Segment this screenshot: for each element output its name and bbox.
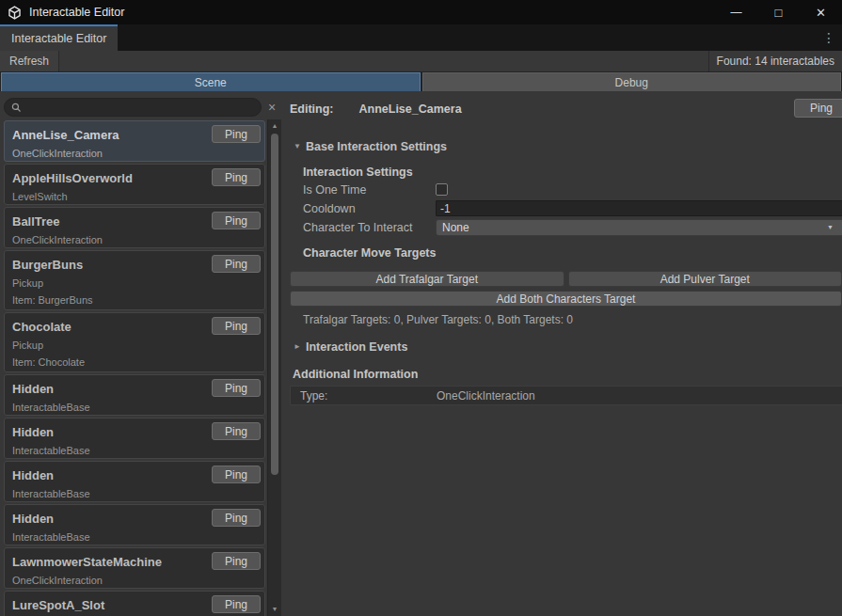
item-ping-button[interactable]: Ping	[212, 212, 261, 229]
kebab-menu-icon: ⋮	[822, 30, 835, 45]
scroll-down-icon[interactable]: ▼	[268, 604, 281, 615]
tab-menu-button[interactable]: ⋮	[816, 30, 842, 45]
item-ping-button[interactable]: Ping	[212, 317, 261, 335]
type-label: Type:	[300, 389, 437, 403]
list-item[interactable]: BallTree Ping OneClickInteraction	[4, 207, 265, 248]
search-clear-button[interactable]: ×	[264, 100, 279, 115]
item-ping-button[interactable]: Ping	[212, 552, 261, 570]
minimize-button[interactable]: —	[715, 0, 757, 24]
foldout-closed-icon: ►	[294, 342, 306, 351]
item-subtitle: InteractableBase	[12, 488, 257, 499]
add-both-characters-target-button[interactable]: Add Both Characters Target	[290, 291, 842, 307]
base-foldout-label: Base Interaction Settings	[306, 140, 447, 153]
list-item[interactable]: Hidden Ping InteractableBase	[4, 374, 265, 416]
doc-tab-label: Interactable Editor	[11, 32, 106, 45]
is-one-time-checkbox[interactable]	[436, 183, 448, 196]
toolbar: Refresh Found: 14 interactables	[0, 51, 842, 72]
item-subtitle: InteractableBase	[12, 531, 257, 543]
editing-target-name: AnneLise_Camera	[359, 103, 462, 116]
item-subtitle: InteractableBase	[12, 445, 257, 456]
item-subtitle: Item: Chocolate	[12, 356, 257, 368]
list-item[interactable]: Hidden Ping InteractableBase	[4, 504, 265, 545]
editing-header: Editing: AnneLise_Camera Ping	[290, 100, 842, 118]
scrollbar-thumb[interactable]	[271, 134, 278, 475]
foldout-open-icon: ▼	[294, 142, 306, 150]
window-title: Interactable Editor	[29, 6, 124, 19]
maximize-button[interactable]: □	[757, 0, 800, 24]
clear-icon: ×	[268, 100, 276, 115]
refresh-button[interactable]: Refresh	[0, 51, 59, 71]
interactable-editor-window: Interactable Editor — □ ✕ Interactable E…	[0, 0, 842, 616]
search-input[interactable]	[26, 100, 254, 115]
window-controls: — □ ✕	[715, 0, 842, 24]
cooldown-input[interactable]	[436, 200, 842, 216]
list-item[interactable]: Hidden Ping InteractableBase	[4, 418, 265, 459]
list-item[interactable]: BurgerBuns Ping PickupItem: BurgerBuns	[4, 250, 265, 310]
tab-strip: Interactable Editor ⋮	[0, 24, 842, 51]
item-ping-button[interactable]: Ping	[212, 125, 261, 143]
item-sublines: InteractableBase	[12, 402, 257, 413]
type-info-row: Type: OneClickInteraction	[290, 386, 842, 405]
is-one-time-label: Is One Time	[303, 183, 436, 197]
item-ping-button[interactable]: Ping	[212, 168, 261, 186]
scene-list-panel: × AnneLise_Camera Ping OneClickInteracti…	[0, 91, 282, 616]
item-sublines: OneClickInteraction	[12, 148, 257, 159]
additional-information-heading: Additional Information	[293, 368, 842, 382]
item-subtitle: Item: BurgerBuns	[12, 294, 257, 306]
cooldown-row: Cooldown	[303, 199, 842, 217]
list-item[interactable]: LureSpotA_Slot Ping	[4, 591, 265, 616]
chevron-down-icon: ▼	[827, 224, 834, 230]
unity-cube-icon	[8, 6, 22, 20]
search-icon	[11, 103, 22, 113]
character-to-interact-dropdown[interactable]: None ▼	[436, 219, 842, 236]
list-item[interactable]: Chocolate Ping PickupItem: Chocolate	[4, 312, 265, 372]
tab-debug[interactable]: Debug	[422, 72, 842, 91]
item-sublines: InteractableBase	[12, 531, 257, 543]
item-sublines: PickupItem: Chocolate	[12, 340, 257, 368]
scroll-up-icon[interactable]: ▲	[268, 120, 281, 132]
list-item[interactable]: LawnmowerStateMachine Ping OneClickInter…	[4, 547, 265, 589]
is-one-time-row: Is One Time	[303, 181, 842, 198]
item-sublines: InteractableBase	[12, 445, 257, 456]
content-area: × AnneLise_Camera Ping OneClickInteracti…	[0, 91, 842, 616]
list-item[interactable]: Hidden Ping InteractableBase	[4, 461, 265, 502]
add-pulver-target-button[interactable]: Add Pulver Target	[568, 271, 842, 287]
item-subtitle: Pickup	[12, 277, 257, 289]
titlebar: Interactable Editor — □ ✕	[0, 0, 842, 24]
maximize-icon: □	[775, 6, 783, 20]
targets-summary: Trafalgar Targets: 0, Pulver Targets: 0,…	[303, 313, 842, 326]
search-box	[4, 98, 262, 117]
item-ping-button[interactable]: Ping	[212, 379, 261, 397]
item-ping-button[interactable]: Ping	[212, 255, 261, 273]
item-ping-button[interactable]: Ping	[212, 466, 261, 483]
character-to-interact-label: Character To Interact	[303, 221, 436, 234]
interactable-list: AnneLise_Camera Ping OneClickInteraction…	[4, 120, 265, 616]
base-interaction-settings-foldout[interactable]: ▼ Base Interaction Settings	[294, 139, 842, 153]
add-trafalgar-target-button[interactable]: Add Trafalgar Target	[290, 271, 564, 287]
list-item[interactable]: AnneLise_Camera Ping OneClickInteraction	[4, 120, 265, 162]
cooldown-label: Cooldown	[303, 202, 436, 215]
item-sublines: LevelSwitch	[12, 191, 257, 202]
close-button[interactable]: ✕	[800, 0, 842, 24]
list-scrollbar[interactable]: ▲ ▼	[267, 119, 281, 616]
item-ping-button[interactable]: Ping	[212, 422, 261, 440]
item-subtitle: OneClickInteraction	[12, 575, 257, 586]
list-item[interactable]: AppleHillsOverworld Ping LevelSwitch	[4, 164, 265, 205]
editing-ping-button[interactable]: Ping	[794, 99, 842, 118]
interaction-settings-heading: Interaction Settings	[303, 166, 842, 180]
item-sublines: OneClickInteraction	[12, 575, 257, 586]
item-subtitle: Pickup	[12, 340, 257, 351]
tab-scene[interactable]: Scene	[1, 72, 421, 91]
item-subtitle: OneClickInteraction	[12, 234, 257, 245]
item-ping-button[interactable]: Ping	[212, 509, 261, 527]
tab-interactable-editor[interactable]: Interactable Editor	[0, 24, 118, 51]
close-icon: ✕	[816, 6, 826, 20]
interaction-events-foldout[interactable]: ► Interaction Events	[294, 340, 842, 354]
item-subtitle: OneClickInteraction	[12, 148, 257, 159]
dropdown-value: None	[442, 221, 469, 234]
item-ping-button[interactable]: Ping	[212, 595, 261, 613]
item-sublines: InteractableBase	[12, 488, 257, 499]
item-sublines: OneClickInteraction	[12, 234, 257, 245]
item-sublines: PickupItem: BurgerBuns	[12, 277, 257, 306]
add-target-buttons-row: Add Trafalgar Target Add Pulver Target	[290, 271, 842, 287]
